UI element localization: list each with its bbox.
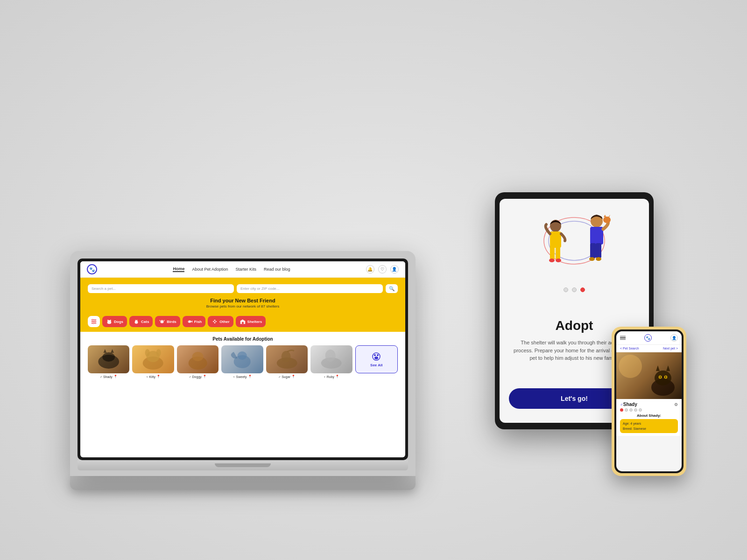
scene: 🐾 Home About Pet Adoption Starter Kits R… [47, 47, 700, 513]
svg-rect-54 [596, 243, 601, 258]
pet-card-sweety[interactable]: ♀ Sweety 📍 [221, 345, 263, 378]
svg-point-61 [655, 371, 671, 385]
pet-name-row-doggy: ♂ Doggy 📍 [177, 375, 218, 378]
svg-point-30 [156, 349, 161, 357]
svg-marker-25 [104, 349, 107, 353]
location-pin-doggy: 📍 [203, 375, 207, 378]
rating-dot-4 [634, 408, 637, 412]
fish-icon [186, 318, 193, 325]
phone-pet-name: Shady [623, 402, 637, 407]
nav-link-blog[interactable]: Read our blog [264, 267, 290, 272]
favorites-icon[interactable]: ♡ [378, 265, 387, 273]
phone-nav: 🐾 👤 [616, 331, 682, 345]
location-input[interactable]: Enter city or ZIP code... [237, 284, 383, 293]
dot-2[interactable] [572, 287, 577, 292]
dot-1[interactable] [564, 287, 568, 292]
svg-point-36 [281, 351, 290, 362]
paw-icon: 🐾 [89, 267, 95, 272]
website: 🐾 Home About Pet Adoption Starter Kits R… [80, 261, 405, 457]
category-cats[interactable]: Cats [129, 316, 153, 327]
svg-point-59 [596, 257, 601, 261]
location-pin-kitty: 📍 [156, 375, 161, 378]
search-row: Search a pet... Enter city or ZIP code..… [88, 284, 398, 293]
category-bar: Dogs Cats [80, 313, 405, 332]
laptop-base [78, 460, 408, 470]
see-all-label[interactable]: See All [370, 363, 382, 367]
nav-link-starter[interactable]: Starter Kits [236, 267, 257, 272]
next-nav[interactable]: Next pet > [663, 347, 678, 350]
svg-marker-63 [666, 365, 670, 371]
nav-link-about[interactable]: About Pet Adoption [192, 267, 228, 272]
category-shelters[interactable]: Shelters [236, 316, 266, 327]
pet-thumb-ruby [310, 345, 352, 373]
pet-gender-sweety: ♀ [233, 375, 235, 378]
category-birds[interactable]: Birds [155, 316, 180, 327]
profile-icon[interactable]: 👤 [390, 265, 399, 273]
svg-rect-47 [550, 245, 555, 259]
pet-card-doggy[interactable]: ♂ Doggy 📍 [177, 345, 218, 378]
nav-link-home[interactable]: Home [173, 266, 184, 272]
cat-icon [133, 318, 140, 325]
svg-point-41 [377, 354, 379, 356]
category-dogs[interactable]: Dogs [102, 316, 127, 327]
pet-name-shady: Shady [103, 375, 113, 378]
pet-card-sugar[interactable]: ♂ Sugar 📍 [266, 345, 308, 378]
pet-gender-doggy: ♂ [189, 375, 191, 378]
svg-point-19 [214, 320, 216, 321]
phone-user-icon[interactable]: 👤 [670, 334, 678, 342]
phone-about-info: Age: 4 years Breed: Siamese [620, 419, 678, 433]
pet-name-row-ruby: ♀ Ruby 📍 [310, 375, 352, 378]
notification-icon[interactable]: 🔔 [366, 265, 374, 273]
svg-point-3 [92, 319, 93, 321]
pet-thumb-kitty [132, 345, 174, 373]
nav-logo: 🐾 [87, 264, 97, 274]
pets-grid: ♂ Shady 📍 [88, 345, 398, 378]
svg-point-29 [145, 349, 150, 357]
category-other[interactable]: Other [208, 316, 233, 327]
svg-point-8 [107, 320, 109, 322]
phone-device: 🐾 👤 < Pet Search Next pet > [612, 327, 686, 476]
dog-silhouette-kitty [132, 345, 174, 373]
svg-rect-48 [556, 245, 560, 259]
filter-button[interactable] [88, 316, 100, 327]
laptop-bezel: 🐾 Home About Pet Adoption Starter Kits R… [78, 259, 408, 460]
category-fish[interactable]: Fish [183, 316, 205, 327]
svg-point-5 [93, 322, 94, 324]
bird-silhouette-sweety [221, 345, 263, 373]
rating-dot-1 [620, 408, 623, 412]
phone-screen: 🐾 👤 < Pet Search Next pet > [616, 331, 682, 471]
hamburger-menu[interactable] [620, 336, 626, 340]
svg-point-40 [374, 354, 376, 356]
phone-age: Age: 4 years [623, 421, 675, 426]
phone-screen-wrap: 🐾 👤 < Pet Search Next pet > [614, 329, 684, 473]
other-icon [211, 318, 218, 325]
rating-dot-3 [629, 408, 633, 412]
horse-silhouette-sugar [266, 345, 308, 373]
svg-point-15 [162, 320, 163, 322]
svg-point-20 [216, 321, 217, 322]
laptop-screen: 🐾 Home About Pet Adoption Starter Kits R… [80, 261, 405, 457]
laptop-hinge [215, 463, 271, 467]
pet-search-input[interactable]: Search a pet... [88, 284, 234, 293]
filter-icon [91, 318, 97, 325]
dog-silhouette-doggy [177, 345, 218, 373]
pet-name-sugar: Sugar [282, 375, 290, 378]
pet-card-ruby[interactable]: ♀ Ruby 📍 [310, 345, 352, 378]
bird-icon [159, 318, 165, 325]
pet-card-kitty[interactable]: ♀ Kitty 📍 [132, 345, 174, 378]
pet-name-row-shady: ♂ Shady 📍 [88, 375, 129, 378]
pet-name-row-kitty: ♀ Kitty 📍 [132, 375, 174, 378]
see-all-card[interactable]: See All [355, 345, 398, 373]
search-button[interactable]: 🔍 [386, 284, 398, 293]
phone-about-title: About Shady: [620, 413, 678, 418]
pet-thumb-doggy [177, 345, 218, 373]
tablet-figures [532, 208, 616, 283]
svg-marker-26 [111, 349, 114, 353]
hero-section: Search a pet... Enter city or ZIP code..… [80, 278, 405, 313]
phone-settings-icon[interactable]: ⚙ [674, 402, 678, 407]
svg-point-32 [192, 352, 204, 361]
dot-3[interactable] [580, 287, 585, 292]
back-nav[interactable]: < Pet Search [620, 347, 639, 350]
pet-thumb-sugar [266, 345, 308, 373]
pet-card-shady[interactable]: ♂ Shady 📍 [88, 345, 129, 378]
